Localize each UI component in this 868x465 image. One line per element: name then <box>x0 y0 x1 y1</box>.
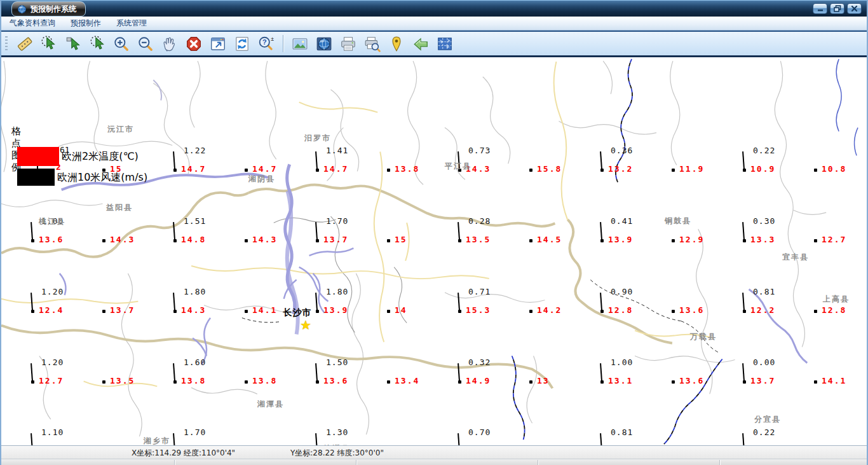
map-area[interactable]: 61 2 格点图例 欧洲2米温度(℃) 欧洲10米风速(m/s) 1514.71… <box>1 57 867 445</box>
grid-point-temperature: 13.5 <box>110 376 135 385</box>
grid-point-dot <box>102 310 105 313</box>
grid-point-wind: 1.80 <box>184 287 206 296</box>
status-bar: X坐标:114.29 经度:110°0'4" Y坐标:28.22 纬度:30°0… <box>1 445 867 459</box>
place-label: 平江县 <box>445 161 471 172</box>
measure-button[interactable] <box>15 34 34 53</box>
title-bar: 预报制作系统 <box>1 0 867 17</box>
grid-point-wind: 0.81 <box>611 427 633 437</box>
refresh-button[interactable] <box>233 34 252 53</box>
map-canvas[interactable] <box>1 57 867 445</box>
grid-point-temperature: 14.1 <box>822 376 846 385</box>
stop-button[interactable] <box>184 34 203 53</box>
status-strip <box>1 459 867 465</box>
grid-point-dot <box>387 239 390 242</box>
grid-point-dot <box>814 310 817 313</box>
grid-point-dot <box>672 380 675 384</box>
print-button[interactable] <box>339 34 358 53</box>
grid-point-temperature: 13.2 <box>608 164 633 174</box>
restore-button[interactable] <box>830 3 844 14</box>
menu-system-management[interactable]: 系统管理 <box>116 18 147 29</box>
grid-point-temperature: 13.7 <box>110 305 135 315</box>
grid-point-temperature: 13.8 <box>181 376 206 385</box>
grid-point-temperature: 12.2 <box>750 305 775 315</box>
pan-button[interactable] <box>160 34 179 53</box>
zoom-out-button[interactable] <box>136 34 155 53</box>
grid-point-temperature: 13.6 <box>323 376 348 385</box>
grid-point-wind: 1.50 <box>326 357 348 367</box>
grid-point-dot <box>245 239 248 242</box>
select-box-button[interactable] <box>64 34 83 53</box>
place-label: 沅江市 <box>107 124 134 135</box>
grid-point-dot <box>245 380 248 384</box>
toolbar-grip[interactable] <box>5 36 8 52</box>
photo-button[interactable] <box>290 34 309 53</box>
grid-point-wind: 0.00 <box>753 357 775 367</box>
map-grid-icon <box>437 36 453 52</box>
close-button[interactable] <box>847 3 862 14</box>
grid-point-temperature: 14.7 <box>252 164 277 174</box>
globe-icon <box>17 4 27 14</box>
location-pin-button[interactable] <box>387 34 406 53</box>
back-button[interactable] <box>411 34 430 53</box>
grid-point-dot <box>672 239 675 242</box>
grid-point-temperature: 14.1 <box>252 305 277 315</box>
grid-point-temperature: 15.3 <box>466 305 491 315</box>
status-y-coordinate: Y坐标:28.22 纬度:30°0'0" <box>290 448 384 459</box>
grid-point-temperature: 14.8 <box>181 235 206 244</box>
grid-point-dot <box>529 380 532 384</box>
grid-point-wind: 0.73 <box>468 146 491 155</box>
print-preview-button[interactable] <box>363 34 382 53</box>
select-dashed-alt-button[interactable] <box>88 34 107 53</box>
grid-point-temperature: 12.7 <box>39 376 64 385</box>
grid-point-dot <box>245 169 248 172</box>
grid-point-temperature: 10.9 <box>750 164 775 174</box>
grid-point-temperature: 14.7 <box>323 164 348 174</box>
grid-point-wind: 1.70 <box>184 427 206 437</box>
globe-button[interactable] <box>315 34 334 53</box>
grid-point-dot <box>387 310 390 313</box>
select-arrow-dashed2-icon <box>89 36 105 52</box>
window-controls <box>813 3 862 14</box>
menu-weather-data-query[interactable]: 气象资料查询 <box>10 18 55 29</box>
svg-text:±: ± <box>271 36 274 42</box>
grid-point-dot <box>387 380 390 384</box>
grid-point-wind: 0.71 <box>468 287 491 296</box>
place-label: 宜丰县 <box>782 252 809 263</box>
grid-point-temperature: 13.8 <box>395 164 419 174</box>
grid-point-dot <box>102 169 105 172</box>
select-arrow-box-icon <box>65 36 81 52</box>
grid-point-temperature: 13.5 <box>466 235 491 244</box>
menu-forecast-production[interactable]: 预报制作 <box>71 18 101 29</box>
place-label: 上高县 <box>823 294 850 305</box>
photo-icon <box>292 36 308 52</box>
place-label: 湘阴县 <box>248 174 275 184</box>
grid-point-temperature: 13.9 <box>608 235 633 244</box>
grid-point-wind: 1.51 <box>184 216 206 226</box>
pan-hand-icon <box>161 36 178 52</box>
grid-point-wind: 0.81 <box>753 287 775 296</box>
grid-point-dot <box>102 380 105 384</box>
grid-point-wind: 1.00 <box>611 357 633 367</box>
place-label: 湘乡市 <box>144 436 170 446</box>
grid-point-wind: 1.41 <box>326 146 348 155</box>
grid-point-wind: 1.60 <box>184 357 206 367</box>
identify-button[interactable]: ± ? <box>257 34 276 53</box>
map-grid-button[interactable] <box>435 34 454 53</box>
status-strip-separator <box>356 460 356 465</box>
grid-point-wind: 0.30 <box>753 216 775 226</box>
select-dashed-button[interactable] <box>39 34 58 53</box>
grid-point-temperature: 13.1 <box>608 376 633 385</box>
grid-point-temperature: 14.3 <box>110 235 135 244</box>
ruler-icon <box>17 36 33 52</box>
changsha-star-icon: ★ <box>300 317 311 333</box>
grid-point-temperature: 13.6 <box>679 376 704 385</box>
title-tab: 预报制作系统 <box>11 1 86 17</box>
window-expand-button[interactable] <box>208 34 227 53</box>
grid-point-temperature: 12.8 <box>822 305 846 315</box>
roads <box>1 62 714 387</box>
zoom-in-button[interactable] <box>112 34 131 53</box>
minimize-button[interactable] <box>813 3 827 14</box>
place-label: 铜鼓县 <box>665 216 691 226</box>
grid-point-wind: 0.32 <box>468 357 491 367</box>
grid-point-dot <box>102 239 105 242</box>
